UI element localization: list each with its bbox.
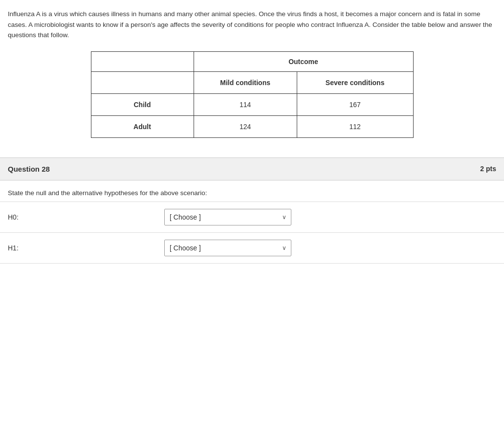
h1-select-wrapper[interactable]: [ Choose ] Age and severity are independ… [164,240,291,256]
child-severe-value: 167 [297,93,413,115]
h1-row: H1: [ Choose ] Age and severity are inde… [0,233,504,264]
h1-select[interactable]: [ Choose ] Age and severity are independ… [164,240,291,256]
adult-mild-value: 124 [194,115,297,137]
table-row: Adult 124 112 [91,115,413,137]
contingency-table: Outcome Mild conditions Severe condition… [91,51,414,138]
h0-row: H0: [ Choose ] Age and severity are inde… [0,201,504,233]
h0-select[interactable]: [ Choose ] Age and severity are independ… [164,209,291,225]
h1-label: H1: [8,244,27,252]
severe-conditions-header: Severe conditions [297,71,413,93]
h0-select-wrapper[interactable]: [ Choose ] Age and severity are independ… [164,209,291,225]
adult-severe-value: 112 [297,115,413,137]
child-mild-value: 114 [194,93,297,115]
h0-label: H0: [8,213,27,221]
table-row: Child 114 167 [91,93,413,115]
question-pts: 2 pts [480,165,496,173]
empty-subheader-cell [91,71,194,93]
adult-label: Adult [91,115,194,137]
question-instruction: State the null and the alternative hypot… [0,180,504,201]
child-label: Child [91,93,194,115]
outcome-header: Outcome [194,51,413,71]
question-title: Question 28 [8,165,50,173]
intro-paragraph: Influenza A is a virus which causes illn… [0,0,504,46]
question-header: Question 28 2 pts [0,157,504,180]
instruction-text: State the null and the alternative hypot… [8,189,207,197]
empty-header-cell [91,51,194,71]
intro-text: Influenza A is a virus which causes illn… [8,10,492,39]
mild-conditions-header: Mild conditions [194,71,297,93]
data-table-container: Outcome Mild conditions Severe condition… [0,46,504,153]
